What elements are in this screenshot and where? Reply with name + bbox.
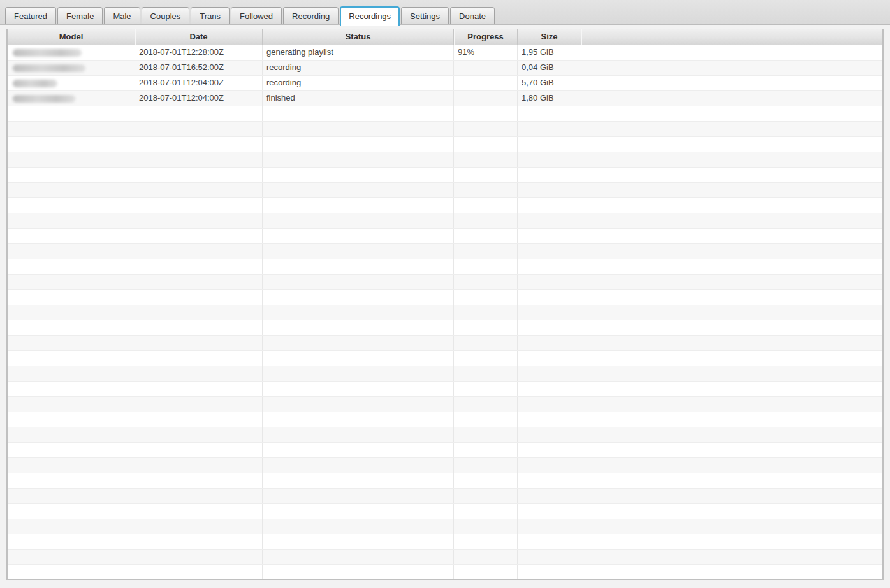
table-row[interactable] (8, 229, 882, 244)
cell-progress (454, 61, 518, 75)
cell-date (135, 519, 263, 534)
cell-progress (454, 351, 518, 366)
table-row[interactable] (8, 122, 882, 137)
cell-status: generating playlist (263, 45, 454, 60)
cell-filler (581, 550, 882, 564)
tab-settings[interactable]: Settings (401, 7, 449, 24)
cell-model (8, 213, 135, 228)
tab-trans[interactable]: Trans (191, 7, 230, 24)
cell-model (8, 183, 135, 197)
table-row[interactable] (8, 504, 882, 519)
table-row[interactable] (8, 275, 882, 290)
table-row[interactable]: 2018-07-01T12:04:00Zfinished1,80 GiB (8, 91, 882, 106)
cell-status (263, 473, 454, 488)
table-row[interactable]: 2018-07-01T16:52:00Zrecording0,04 GiB (8, 61, 882, 76)
column-header-date[interactable]: Date (135, 29, 263, 45)
cell-filler (581, 382, 882, 396)
cell-filler (581, 152, 882, 167)
table-row[interactable] (8, 397, 882, 412)
cell-filler (581, 565, 882, 580)
table-row[interactable] (8, 244, 882, 259)
cell-date (135, 320, 263, 335)
cell-progress (454, 91, 518, 106)
table-row[interactable] (8, 534, 882, 550)
cell-model (8, 458, 135, 473)
table-row[interactable] (8, 106, 882, 122)
table-row[interactable] (8, 458, 882, 473)
cell-model (8, 519, 135, 534)
table-row[interactable] (8, 519, 882, 534)
cell-size (518, 213, 581, 228)
table-row[interactable] (8, 137, 882, 152)
table-row[interactable] (8, 336, 882, 351)
cell-status (263, 183, 454, 197)
tab-couples[interactable]: Couples (142, 7, 190, 24)
table-row[interactable]: 2018-07-01T12:28:00Zgenerating playlist9… (8, 45, 882, 61)
cell-model (8, 152, 135, 167)
cell-filler (581, 427, 882, 442)
tab-donate[interactable]: Donate (450, 7, 495, 24)
table-row[interactable] (8, 152, 882, 168)
table-row[interactable] (8, 259, 882, 275)
table-row[interactable] (8, 183, 882, 198)
column-header-size[interactable]: Size (518, 29, 581, 45)
cell-filler (581, 61, 882, 75)
cell-size (518, 229, 581, 243)
cell-progress (454, 320, 518, 335)
table-row[interactable] (8, 382, 882, 397)
tab-followed[interactable]: Followed (231, 7, 282, 24)
cell-status (263, 565, 454, 580)
tab-recording[interactable]: Recording (283, 7, 339, 24)
table-row[interactable] (8, 198, 882, 213)
table-row[interactable] (8, 443, 882, 458)
table-row[interactable] (8, 412, 882, 427)
cell-status (263, 320, 454, 335)
cell-filler (581, 168, 882, 182)
redacted-model-name (13, 80, 57, 87)
table-row[interactable] (8, 550, 882, 565)
cell-date (135, 565, 263, 580)
table-row[interactable] (8, 290, 882, 305)
cell-size: 0,04 GiB (518, 61, 581, 75)
tab-female[interactable]: Female (57, 7, 103, 24)
table-row[interactable] (8, 213, 882, 229)
table-row[interactable] (8, 305, 882, 320)
table-row[interactable] (8, 473, 882, 489)
table-row[interactable]: 2018-07-01T12:04:00Zrecording5,70 GiB (8, 76, 882, 91)
table-row[interactable] (8, 168, 882, 183)
cell-size (518, 397, 581, 412)
table-row[interactable] (8, 351, 882, 366)
table-row[interactable] (8, 489, 882, 504)
cell-status (263, 534, 454, 549)
tab-male[interactable]: Male (104, 7, 140, 24)
table-row[interactable] (8, 366, 882, 382)
cell-size (518, 275, 581, 289)
cell-status (263, 122, 454, 136)
cell-size (518, 565, 581, 580)
table-row[interactable] (8, 565, 882, 580)
cell-date (135, 198, 263, 213)
column-header-status[interactable]: Status (263, 29, 454, 45)
cell-progress (454, 290, 518, 305)
cell-progress (454, 427, 518, 442)
cell-model (8, 45, 135, 60)
column-header-model[interactable]: Model (8, 29, 135, 45)
table-row[interactable] (8, 320, 882, 336)
cell-size (518, 320, 581, 335)
cell-date (135, 382, 263, 396)
cell-size (518, 305, 581, 320)
cell-filler (581, 91, 882, 106)
table-row[interactable] (8, 427, 882, 443)
cell-size (518, 427, 581, 442)
tab-featured[interactable]: Featured (5, 7, 56, 24)
tab-recordings[interactable]: Recordings (340, 6, 400, 26)
cell-date (135, 244, 263, 259)
cell-status (263, 366, 454, 381)
column-header-progress[interactable]: Progress (454, 29, 518, 45)
cell-size (518, 382, 581, 396)
cell-progress (454, 76, 518, 90)
cell-size: 5,70 GiB (518, 76, 581, 90)
cell-filler (581, 259, 882, 274)
cell-date (135, 489, 263, 503)
cell-date (135, 259, 263, 274)
